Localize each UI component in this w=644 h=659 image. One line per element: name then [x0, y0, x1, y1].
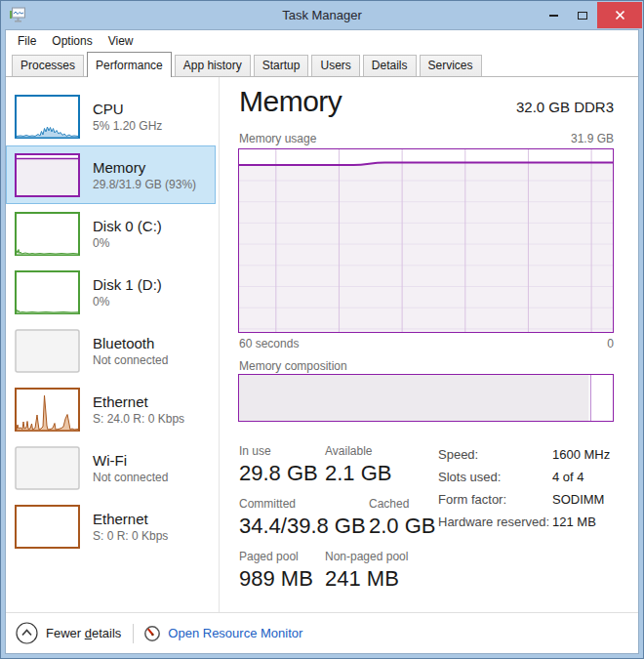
- sidebar-item-name: CPU: [93, 100, 162, 118]
- sidebar-item-detail: 0%: [93, 294, 162, 309]
- titlebar[interactable]: Task Manager: [1, 1, 643, 29]
- memory-usage-chart: [238, 148, 614, 333]
- bluetooth-mini-graph: [15, 329, 80, 373]
- tab-processes[interactable]: Processes: [12, 55, 84, 76]
- maximize-button[interactable]: [568, 2, 597, 28]
- ethernet1-mini-graph: [15, 388, 80, 432]
- client-area: File Options View Processes Performance …: [5, 29, 639, 654]
- disk1-mini-graph: [15, 270, 80, 314]
- sidebar-item-name: Ethernet: [93, 392, 184, 411]
- sidebar-item-detail: 5% 1.20 GHz: [93, 118, 162, 134]
- sidebar-item-ethernet1[interactable]: Ethernet S: 24.0 R: 0 Kbps: [6, 380, 216, 438]
- hardware-stats: Speed: 1600 MHz Slots used: 4 of 4 Form …: [438, 447, 610, 537]
- axis-right-label: 0: [607, 337, 614, 350]
- minimize-icon: [549, 15, 558, 17]
- sidebar-item-detail: 29.8/31.9 GB (93%): [93, 177, 196, 192]
- memory-panel: Memory 32.0 GB DDR3 Memory usage 31.9 GB: [238, 77, 614, 612]
- sidebar-item-detail: S: 0 R: 0 Kbps: [93, 528, 168, 544]
- sidebar-item-text: Ethernet S: 24.0 R: 0 Kbps: [93, 392, 184, 427]
- performance-sidebar: CPU 5% 1.20 GHz Memory 29.8/31.9 GB (93%…: [6, 77, 220, 612]
- composition-inuse-segment: [239, 375, 588, 421]
- menu-options[interactable]: Options: [44, 31, 100, 51]
- stat-paged-pool: Paged pool 989 MB: [239, 550, 325, 592]
- resource-monitor-icon: [143, 625, 161, 642]
- memory-composition-bar: [238, 374, 614, 422]
- sidebar-item-name: Disk 1 (D:): [93, 275, 162, 294]
- menu-view[interactable]: View: [101, 31, 141, 51]
- composition-divider: [590, 375, 591, 421]
- minimize-button[interactable]: [539, 2, 568, 28]
- usage-max-label: 31.9 GB: [571, 132, 614, 145]
- footer-separator: [133, 624, 134, 643]
- sidebar-item-detail: Not connected: [93, 352, 168, 368]
- sidebar-item-name: Ethernet: [93, 510, 168, 528]
- open-resource-monitor-link[interactable]: Open Resource Monitor: [143, 625, 302, 642]
- menu-file[interactable]: File: [10, 31, 44, 51]
- sidebar-item-memory[interactable]: Memory 29.8/31.9 GB (93%): [6, 145, 216, 204]
- ethernet2-mini-graph: [15, 505, 80, 549]
- wifi-mini-graph: [15, 446, 80, 490]
- composition-label: Memory composition: [239, 359, 347, 373]
- close-button[interactable]: [597, 2, 642, 28]
- sidebar-item-cpu[interactable]: CPU 5% 1.20 GHz: [6, 87, 216, 145]
- tab-strip: Processes Performance App history Startu…: [6, 52, 638, 77]
- tab-startup[interactable]: Startup: [254, 55, 309, 76]
- sidebar-item-text: Disk 0 (C:) 0%: [93, 217, 162, 251]
- close-icon: [615, 10, 625, 21]
- stat-non-paged-pool: Non-paged pool 241 MB: [325, 550, 408, 592]
- stat-speed: Speed: 1600 MHz: [438, 447, 610, 470]
- sidebar-item-name: Wi-Fi: [93, 451, 168, 470]
- sidebar-item-name: Disk 0 (C:): [93, 217, 162, 235]
- chevron-up-icon: [16, 622, 38, 644]
- footer-bar: Fewer details Open Resource Monitor: [6, 612, 638, 653]
- stat-cached: Cached 2.0 GB: [369, 497, 435, 539]
- sidebar-item-detail: S: 24.0 R: 0 Kbps: [93, 411, 184, 427]
- stat-committed: Committed 34.4/39.8 GB: [239, 497, 369, 539]
- sidebar-item-text: Memory 29.8/31.9 GB (93%): [93, 158, 196, 192]
- sidebar-item-text: Disk 1 (D:) 0%: [93, 275, 162, 309]
- stat-hardware-reserved: Hardware reserved: 121 MB: [438, 515, 610, 537]
- cpu-mini-graph: [15, 95, 80, 139]
- menu-bar: File Options View: [6, 30, 638, 52]
- fewer-details-button[interactable]: Fewer details: [16, 622, 121, 644]
- sidebar-item-disk1[interactable]: Disk 1 (D:) 0%: [6, 263, 216, 321]
- sidebar-item-name: Bluetooth: [93, 334, 168, 352]
- memory-stats: In use 29.8 GB Available 2.1 GB Committe…: [239, 444, 435, 602]
- disk0-mini-graph: [15, 212, 80, 256]
- resource-monitor-label: Open Resource Monitor: [168, 626, 302, 640]
- sidebar-item-ethernet2[interactable]: Ethernet S: 0 R: 0 Kbps: [6, 497, 216, 556]
- stat-in-use: In use 29.8 GB: [239, 444, 325, 486]
- fewer-details-label: Fewer details: [46, 626, 121, 640]
- sidebar-item-bluetooth[interactable]: Bluetooth Not connected: [6, 321, 216, 380]
- usage-header: Memory usage 31.9 GB: [239, 132, 614, 145]
- usage-axis: 60 seconds 0: [239, 337, 614, 350]
- axis-left-label: 60 seconds: [239, 337, 299, 350]
- panel-title: Memory: [239, 85, 342, 118]
- sidebar-item-text: Ethernet S: 0 R: 0 Kbps: [93, 510, 168, 544]
- task-manager-window: Task Manager File Options View Processes…: [0, 0, 644, 659]
- usage-label: Memory usage: [239, 132, 316, 145]
- tab-app-history[interactable]: App history: [175, 55, 251, 76]
- maximize-icon: [578, 12, 587, 20]
- tab-details[interactable]: Details: [363, 55, 417, 76]
- sidebar-item-text: Wi-Fi Not connected: [93, 451, 168, 485]
- sidebar-item-text: CPU 5% 1.20 GHz: [93, 100, 162, 134]
- sidebar-item-detail: 0%: [93, 235, 162, 251]
- stat-slots-used: Slots used: 4 of 4: [438, 470, 610, 492]
- stat-form-factor: Form factor: SODIMM: [438, 492, 610, 515]
- sidebar-item-text: Bluetooth Not connected: [93, 334, 168, 368]
- sidebar-item-wifi[interactable]: Wi-Fi Not connected: [6, 438, 216, 497]
- memory-usage-graph: [239, 149, 613, 332]
- sidebar-item-detail: Not connected: [93, 470, 168, 485]
- memory-capacity: 32.0 GB DDR3: [516, 99, 614, 115]
- tab-performance[interactable]: Performance: [87, 52, 172, 77]
- stat-available: Available 2.1 GB: [325, 444, 391, 486]
- sidebar-item-name: Memory: [93, 158, 196, 177]
- sidebar-item-disk0[interactable]: Disk 0 (C:) 0%: [6, 204, 216, 263]
- tab-users[interactable]: Users: [311, 55, 359, 76]
- tab-services[interactable]: Services: [420, 55, 482, 76]
- memory-mini-graph: [15, 153, 80, 197]
